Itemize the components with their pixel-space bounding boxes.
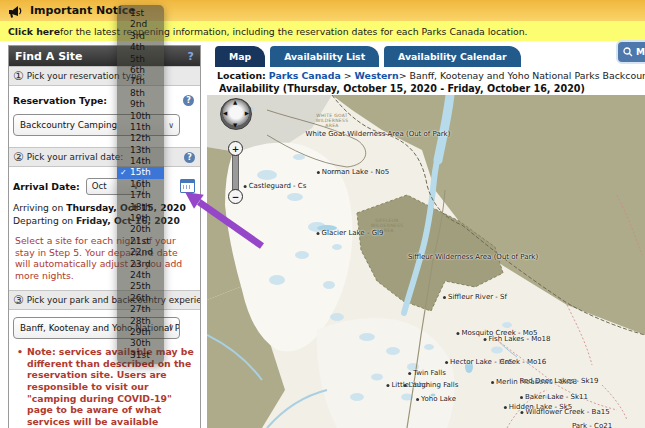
day-option-2nd[interactable]: 2nd — [117, 19, 164, 30]
map-marker-dot[interactable] — [520, 411, 523, 414]
map-label[interactable]: Laughing Falls — [404, 381, 459, 389]
map-marker-dot[interactable] — [443, 296, 446, 299]
map-marker-dot[interactable] — [317, 171, 320, 174]
map-label[interactable]: Baker Lake - Sk11 — [520, 393, 588, 401]
step3-bar: ③ Pick your park and backcountry experie… — [9, 290, 200, 310]
reservation-type-value: Backcountry Camping — [20, 120, 117, 130]
map-marker-dot[interactable] — [408, 372, 411, 375]
panel-title: Find A Site — [15, 50, 83, 63]
day-option-26th[interactable]: 26th — [117, 293, 164, 304]
day-option-31st[interactable]: 31st — [117, 350, 164, 361]
zoom-out-button[interactable]: − — [228, 189, 243, 204]
map-labels: White Goat Wilderness Area (Out of Park)… — [207, 95, 645, 428]
day-option-29th[interactable]: 29th — [117, 327, 164, 338]
day-option-1st[interactable]: 1st — [117, 8, 164, 19]
map-label: White Goat Wilderness Area (Out of Park) — [306, 130, 451, 138]
day-option-15th[interactable]: ✓15th — [117, 167, 164, 178]
pan-up-icon[interactable]: ▲ — [233, 100, 237, 105]
day-option-21st[interactable]: 21st — [117, 236, 164, 247]
day-option-14th[interactable]: 14th — [117, 156, 164, 167]
day-option-25th[interactable]: 25th — [117, 281, 164, 292]
day-option-4th[interactable]: 4th — [117, 42, 164, 53]
map-marker-dot[interactable] — [456, 332, 459, 335]
day-option-7th[interactable]: 7th — [117, 76, 164, 87]
day-option-10th[interactable]: 10th — [117, 111, 164, 122]
reservation-type-help-icon[interactable]: ? — [183, 95, 194, 106]
day-option-27th[interactable]: 27th — [117, 304, 164, 315]
map-marker-dot[interactable] — [386, 384, 389, 387]
more-button[interactable]: Mo — [616, 40, 645, 64]
tab-map[interactable]: Map — [215, 46, 265, 67]
map-area-caption: SIFFLEUR WILDERNESS AREA — [369, 218, 405, 233]
day-option-30th[interactable]: 30th — [117, 338, 164, 349]
day-option-23rd[interactable]: 23rd — [117, 259, 164, 270]
day-dropdown[interactable]: 1st2nd3rd4th5th6th7th8th9th10th11th12th1… — [117, 5, 164, 364]
map-canvas[interactable]: White Goat Wilderness Area (Out of Park)… — [207, 95, 645, 428]
step2-number-icon: ② — [13, 150, 24, 164]
click-here-link[interactable]: Click here — [8, 26, 60, 37]
map-label[interactable]: Siffleur River - Sf — [443, 293, 507, 301]
day-option-22nd[interactable]: 22nd — [117, 247, 164, 258]
day-option-19th[interactable]: 19th — [117, 213, 164, 224]
day-option-18th[interactable]: 18th — [117, 202, 164, 213]
day-option-20th[interactable]: 20th — [117, 224, 164, 235]
chevron-down-icon: ∨ — [168, 121, 174, 130]
tab-availability-calendar[interactable]: Availability Calendar — [384, 46, 521, 67]
day-option-13th[interactable]: 13th — [117, 145, 164, 156]
day-option-5th[interactable]: 5th — [117, 54, 164, 65]
day-option-24th[interactable]: 24th — [117, 270, 164, 281]
departing-line: Departing on Friday, Oct 16, 2020 — [13, 215, 196, 226]
note-bullet: • — [17, 346, 23, 358]
map-label[interactable]: Fish Lakes - Mo18 — [484, 335, 551, 343]
map-marker-dot[interactable] — [520, 396, 523, 399]
map-marker-dot[interactable] — [504, 406, 507, 409]
map-label: Park - Co21 — [572, 422, 612, 428]
page: Important Notice Click here for the late… — [0, 0, 645, 428]
breadcrumb-link-parks-canada[interactable]: Parks Canada — [269, 70, 341, 81]
covid-note: • Note: services available may be differ… — [13, 346, 196, 428]
day-option-8th[interactable]: 8th — [117, 88, 164, 99]
map-marker-dot[interactable] — [404, 384, 407, 387]
map-marker-dot[interactable] — [244, 185, 247, 188]
find-a-site-panel: Find A Site ? ① Pick your reservation ty… — [8, 45, 201, 428]
map-label[interactable]: Wildflower Creek - Ba15 — [520, 408, 609, 416]
map-marker-dot[interactable] — [445, 361, 448, 364]
arrival-date-help-icon[interactable]: ? — [184, 152, 195, 163]
map-pan-control[interactable]: ▲ ▼ ◀ ▶ — [220, 98, 252, 130]
help-icon[interactable]: ? — [188, 50, 194, 63]
pan-left-icon[interactable]: ◀ — [223, 111, 227, 116]
reservation-type-label: Reservation Type: — [13, 95, 107, 106]
megaphone-icon — [8, 4, 24, 18]
map-marker-dot[interactable] — [484, 338, 487, 341]
step2-bar: ② Pick your arrival date: ? — [9, 147, 200, 167]
map-marker-dot[interactable] — [491, 381, 494, 384]
map-label: Creek - Mo16 — [500, 358, 546, 366]
map-label[interactable]: Castleguard - Cs — [244, 182, 307, 190]
map-marker-dot[interactable] — [317, 232, 320, 235]
day-option-28th[interactable]: 28th — [117, 316, 164, 327]
day-option-17th[interactable]: 17th — [117, 190, 164, 201]
step3-label: Pick your park and backcountry experienc… — [27, 295, 201, 305]
pan-right-icon[interactable]: ▶ — [245, 111, 249, 116]
arriving-line: Arriving on Thursday, Oct 15, 2020 — [13, 202, 196, 213]
day-option-16th[interactable]: 16th — [117, 179, 164, 190]
map-label[interactable]: Twin Falls — [408, 369, 446, 377]
map-marker-dot[interactable] — [416, 398, 419, 401]
tab-availability-list[interactable]: Availability List — [270, 46, 379, 67]
calendar-icon[interactable] — [180, 179, 195, 193]
day-option-3rd[interactable]: 3rd — [117, 31, 164, 42]
day-option-6th[interactable]: 6th — [117, 65, 164, 76]
step1-number-icon: ① — [13, 69, 24, 83]
map-label[interactable]: Yoho Lake — [416, 395, 456, 403]
step3-number-icon: ③ — [13, 293, 24, 307]
pan-down-icon[interactable]: ▼ — [233, 123, 237, 128]
zoom-in-button[interactable]: + — [228, 141, 243, 156]
map-label[interactable]: Norman Lake - No5 — [317, 168, 389, 176]
tab-bar: MapAvailability ListAvailability Calenda… — [215, 46, 521, 67]
breadcrumb-link-western[interactable]: Western — [355, 70, 399, 81]
find-a-site-header: Find A Site ? — [9, 46, 200, 66]
day-option-9th[interactable]: 9th — [117, 99, 164, 110]
day-option-12th[interactable]: 12th — [117, 133, 164, 144]
day-option-11th[interactable]: 11th — [117, 122, 164, 133]
breadcrumb: Location: Parks Canada > Western> Banff,… — [217, 70, 645, 81]
